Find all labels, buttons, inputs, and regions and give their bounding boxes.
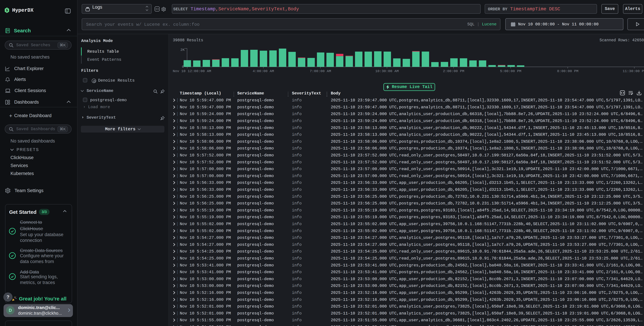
svg-text:Nov 10 12:00:00 AM: Nov 10 12:00:00 AM	[173, 69, 211, 73]
svg-text:10:30:00 AM: 10:30:00 AM	[375, 69, 399, 73]
svg-text:5:00:00 PM: 5:00:00 PM	[500, 69, 521, 73]
svg-text:2:00:00 PM: 2:00:00 PM	[443, 69, 464, 73]
svg-text:7:00:00 AM: 7:00:00 AM	[310, 69, 331, 73]
svg-text:8:00:00 PM: 8:00:00 PM	[557, 69, 578, 73]
svg-text:2K: 2K	[180, 48, 185, 52]
svg-text:4:00:00 AM: 4:00:00 AM	[253, 69, 274, 73]
svg-text:11:30:00 PM: 11:30:00 PM	[622, 69, 644, 73]
